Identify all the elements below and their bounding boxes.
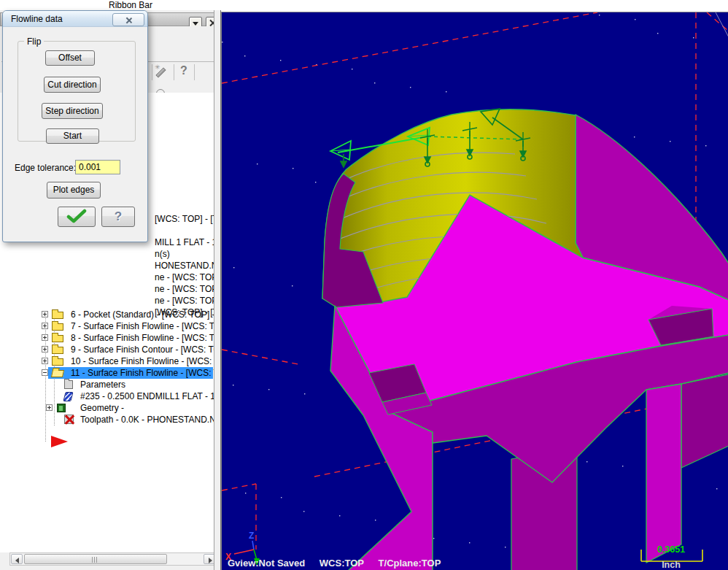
step-direction-button[interactable]: Step direction xyxy=(42,103,103,119)
tree-row-label: 9 - Surface Finish Contour - [WCS: TOP] … xyxy=(71,344,214,355)
folder-icon xyxy=(52,347,63,354)
insert-position-arrow[interactable] xyxy=(51,436,68,447)
expand-icon[interactable] xyxy=(42,334,48,341)
tool-icon xyxy=(63,392,73,401)
tree-row[interactable]: Parameters xyxy=(0,379,214,390)
collapse-icon[interactable] xyxy=(42,369,48,376)
tree-row[interactable]: #235 - 0.2500 ENDMILL1 FLAT - 1/4 F xyxy=(0,390,214,402)
tree-row[interactable]: 7 - Surface Finish Flowline - [WCS: TOP]… xyxy=(0,320,214,332)
tree-row-label: Geometry - xyxy=(80,403,124,413)
wcs-status: WCS:TOP xyxy=(320,558,364,569)
tree-row-fragment[interactable]: MILL 1 FLAT - 1/4 F xyxy=(155,237,214,247)
tree-row-label: 8 - Surface Finish Flowline - [WCS: TOP]… xyxy=(71,333,214,343)
chevron-down-icon xyxy=(193,22,198,26)
application-window: Ribbon Bar ✳ ? [WCS: TOP xyxy=(0,0,728,570)
help-button[interactable]: ? xyxy=(101,207,135,227)
help-icon[interactable]: ? xyxy=(180,64,187,77)
tree-row[interactable]: 10 - Surface Finish Flowline - [WCS: TOP… xyxy=(0,355,214,367)
flip-group-label: Flip xyxy=(24,36,44,47)
scale-unit: Inch xyxy=(639,560,703,570)
ribbon-bar-label: Ribbon Bar xyxy=(109,0,152,10)
panel-splitter[interactable] xyxy=(214,10,221,570)
edge-tolerance-input[interactable] xyxy=(75,160,120,174)
tree-row[interactable]: 8 - Surface Finish Flowline - [WCS: TOP]… xyxy=(0,332,214,344)
arrow-left-icon xyxy=(15,558,19,563)
front-right-leg xyxy=(646,384,681,563)
cut-direction-button[interactable]: Cut direction xyxy=(44,77,101,93)
gview-status: Gview:Not Saved xyxy=(228,558,305,569)
question-icon: ? xyxy=(115,209,122,223)
expand-icon[interactable] xyxy=(42,323,48,329)
tree-row-fragment[interactable]: [WCS: TOP] - [Tpla xyxy=(155,214,214,224)
scrollbar-thumb[interactable] xyxy=(24,554,167,564)
tree-row-label: #235 - 0.2500 ENDMILL1 FLAT - 1/4 F xyxy=(80,391,214,401)
folder-icon xyxy=(52,312,63,319)
tree-row-label: 7 - Surface Finish Flowline - [WCS: TOP]… xyxy=(71,321,214,331)
tree-row-fragment[interactable]: ne - [WCS: TOP] - xyxy=(155,296,214,306)
scale-value: 0.3651 xyxy=(639,544,703,555)
arrow-right-icon xyxy=(209,558,212,563)
dialog-close-button[interactable] xyxy=(112,13,144,26)
tree-row-fragment[interactable]: ne - [WCS: TOP] - xyxy=(155,284,214,294)
viewport-canvas[interactable]: Z X xyxy=(222,12,728,570)
plot-edges-button[interactable]: Plot edges xyxy=(47,182,101,199)
tree-row-label: 11 - Surface Finish Flowline - [WCS: TOP… xyxy=(71,368,214,378)
tree-row-fragment[interactable]: ne - [WCS: TOP] - xyxy=(155,272,214,282)
geometry-icon xyxy=(57,404,66,412)
status-bar: Gview:Not Saved WCS:TOP T/Cplane:TOP xyxy=(228,558,452,569)
dialog-titlebar[interactable]: Flowline data xyxy=(3,11,147,27)
scroll-left-button[interactable] xyxy=(11,554,23,564)
ok-button[interactable] xyxy=(58,207,96,227)
start-button[interactable]: Start xyxy=(46,128,99,144)
folder-icon xyxy=(52,323,63,331)
pen-eraser-icon[interactable]: ✳ xyxy=(156,66,169,79)
folder-icon xyxy=(52,335,63,342)
tree-row-label: Parameters xyxy=(80,380,125,390)
tcplane-status: T/Cplane:TOP xyxy=(379,558,441,569)
toolpath-x-icon xyxy=(64,415,74,424)
tree-row[interactable]: 11 - Surface Finish Flowline - [WCS: TOP… xyxy=(0,367,214,379)
offset-button[interactable]: Offset xyxy=(45,50,95,66)
flowline-data-dialog: Flowline data Flip Offset Cut direction … xyxy=(2,10,148,242)
tree-row-label: 6 - Pocket (Standard) - [WCS: TOP] - [Tp… xyxy=(71,309,214,320)
tree-row-fragment[interactable]: HONESTAND.NC - xyxy=(155,261,214,271)
graphics-viewport[interactable]: Z X Gview:Not Saved WCS:TOP T/Cplane:TOP… xyxy=(221,12,728,570)
expand-icon[interactable] xyxy=(42,358,48,364)
tree-row[interactable]: 6 - Pocket (Standard) - [WCS: TOP] - [Tp… xyxy=(0,309,214,320)
tree-row[interactable]: 9 - Surface Finish Contour - [WCS: TOP] … xyxy=(0,344,214,355)
tree-row-label: 10 - Surface Finish Flowline - [WCS: TOP… xyxy=(71,356,214,366)
dialog-title: Flowline data xyxy=(11,14,63,24)
parameters-icon xyxy=(64,380,73,389)
z-axis-label: Z xyxy=(249,531,254,541)
horizontal-scrollbar[interactable] xyxy=(9,552,217,566)
checkmark-icon xyxy=(66,209,88,223)
expand-icon[interactable] xyxy=(42,311,48,317)
tree-row-label: Toolpath - 0.0K - PHONESTAND.NC - P xyxy=(80,415,214,425)
folder-icon xyxy=(52,358,63,366)
expand-icon[interactable] xyxy=(42,346,48,353)
folder-open-icon xyxy=(51,370,64,377)
tree-row[interactable]: Geometry - xyxy=(0,402,214,414)
edge-tolerance-label: Edge tolerance: xyxy=(15,163,76,173)
tree-row-fragment[interactable]: n(s) xyxy=(155,249,170,259)
expand-icon[interactable] xyxy=(46,404,53,411)
tree-row[interactable]: Toolpath - 0.0K - PHONESTAND.NC - P xyxy=(0,414,214,425)
